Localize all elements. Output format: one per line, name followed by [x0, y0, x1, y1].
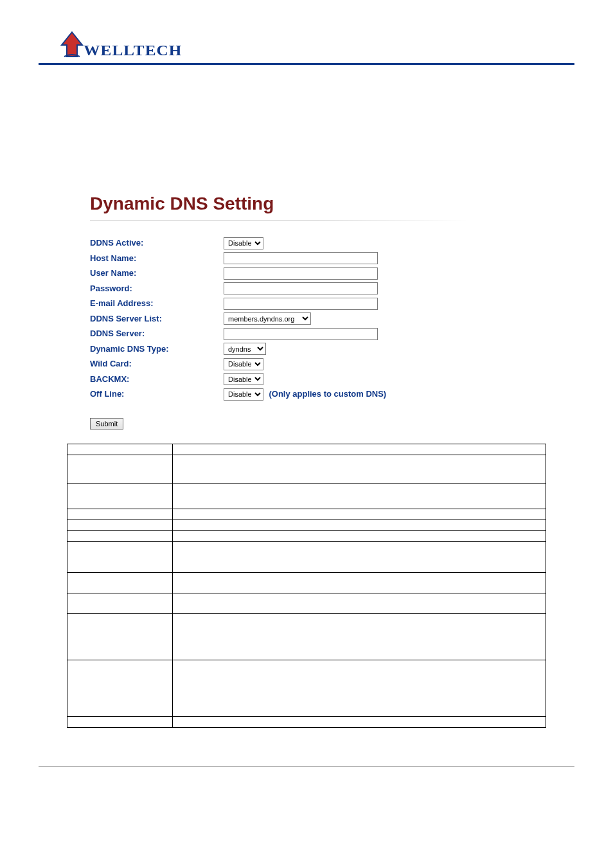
field-cell	[67, 541, 173, 572]
field-cell	[67, 530, 173, 541]
table-row	[67, 520, 546, 530]
label-server-list: DDNS Server List:	[90, 311, 224, 327]
select-wild-card[interactable]: Disable	[224, 358, 263, 370]
table-row	[67, 483, 546, 509]
field-cell	[67, 455, 173, 483]
desc-cell	[173, 572, 546, 593]
description-table	[67, 444, 546, 728]
label-off-line: Off Line:	[90, 386, 224, 402]
table-row	[67, 530, 546, 541]
desc-cell	[173, 593, 546, 613]
label-email: E-mail Address:	[90, 296, 224, 311]
table-row	[67, 572, 546, 593]
ddns-form: DDNS Active: Disable Host Name: User Nam…	[90, 235, 386, 402]
field-cell	[67, 572, 173, 593]
table-row	[67, 444, 546, 455]
brand-logo: WELLTECH	[39, 31, 574, 59]
brand-name: WELLTECH	[84, 42, 182, 59]
page-title: Dynamic DNS Setting	[90, 194, 574, 214]
content-area: Dynamic DNS Setting DDNS Active: Disable…	[39, 194, 574, 728]
input-email[interactable]	[224, 298, 378, 310]
desc-cell	[173, 444, 546, 455]
title-underline	[90, 221, 469, 221]
page: WELLTECH Dynamic DNS Setting DDNS Active…	[0, 0, 613, 868]
label-host-name: Host Name:	[90, 251, 224, 266]
table-row	[67, 613, 546, 660]
header-rule	[39, 63, 574, 65]
desc-cell	[173, 509, 546, 520]
field-cell	[67, 660, 173, 716]
desc-cell	[173, 530, 546, 541]
desc-cell	[173, 520, 546, 530]
label-dns-type: Dynamic DNS Type:	[90, 341, 224, 357]
off-line-note: (Only applies to custom DNS)	[266, 389, 386, 399]
ddns-figure: Dynamic DNS Setting DDNS Active: Disable…	[90, 194, 574, 429]
desc-cell	[173, 483, 546, 509]
field-cell	[67, 613, 173, 660]
table-row	[67, 593, 546, 613]
field-cell	[67, 509, 173, 520]
submit-row: Submit	[90, 417, 574, 429]
arrow-up-icon	[58, 31, 86, 59]
select-ddns-active[interactable]: Disable	[224, 237, 263, 249]
desc-cell	[173, 660, 546, 716]
input-host-name[interactable]	[224, 252, 378, 264]
select-off-line[interactable]: Disable	[224, 388, 263, 401]
select-backmx[interactable]: Disable	[224, 373, 263, 385]
input-ddns-server[interactable]	[224, 328, 378, 340]
label-ddns-active: DDNS Active:	[90, 235, 224, 251]
submit-button[interactable]: Submit	[90, 418, 123, 429]
select-server-list[interactable]: members.dyndns.org	[224, 312, 311, 325]
table-row	[67, 509, 546, 520]
desc-cell	[173, 716, 546, 727]
input-password[interactable]	[224, 282, 378, 294]
footer-rule	[39, 766, 574, 767]
desc-cell	[173, 541, 546, 572]
field-cell	[67, 520, 173, 530]
table-row	[67, 541, 546, 572]
field-cell	[67, 593, 173, 613]
label-password: Password:	[90, 281, 224, 296]
desc-cell	[173, 455, 546, 483]
select-dns-type[interactable]: dyndns	[224, 343, 266, 355]
label-user-name: User Name:	[90, 266, 224, 281]
label-wild-card: Wild Card:	[90, 356, 224, 372]
label-ddns-server: DDNS Server:	[90, 326, 224, 341]
label-backmx: BACKMX:	[90, 372, 224, 387]
field-cell	[67, 483, 173, 509]
field-cell	[67, 444, 173, 455]
input-user-name[interactable]	[224, 267, 378, 280]
table-row	[67, 660, 546, 716]
table-row	[67, 455, 546, 483]
table-row	[67, 716, 546, 727]
desc-cell	[173, 613, 546, 660]
field-cell	[67, 716, 173, 727]
